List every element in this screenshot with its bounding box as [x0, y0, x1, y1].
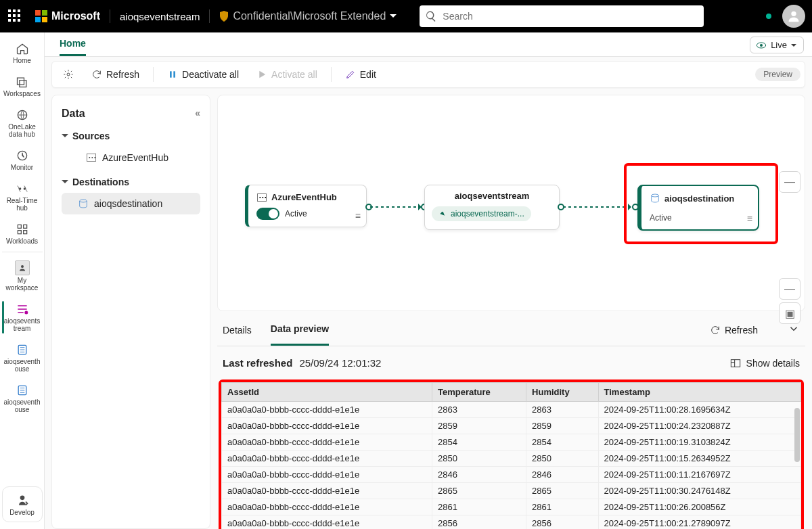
- resource-name[interactable]: aioqseventstream: [120, 11, 200, 22]
- account-avatar[interactable]: [782, 5, 805, 28]
- table-row[interactable]: a0a0a0a0-bbbb-cccc-dddd-e1e1e28502850202…: [222, 451, 801, 467]
- stream-chip: aioqseventstream-...: [432, 206, 531, 221]
- tab-data-preview[interactable]: Data preview: [271, 314, 329, 346]
- preview-refresh[interactable]: Refresh: [710, 325, 758, 336]
- live-mode-toggle[interactable]: Live: [750, 37, 804, 53]
- show-details-button[interactable]: Show details: [730, 358, 800, 369]
- table-row[interactable]: a0a0a0a0-bbbb-cccc-dddd-e1e1e28542854202…: [222, 434, 801, 451]
- col-header[interactable]: Timestamp: [598, 383, 800, 402]
- destinations-group[interactable]: Destinations: [62, 177, 200, 187]
- last-refreshed-value: 25/09/24 12:01:32: [299, 357, 381, 369]
- database-icon: [650, 193, 660, 204]
- table-row[interactable]: a0a0a0a0-bbbb-cccc-dddd-e1e1e28592859202…: [222, 418, 801, 434]
- last-refreshed-label: Last refreshed: [223, 357, 292, 369]
- svg-point-27: [265, 197, 266, 198]
- table-row[interactable]: a0a0a0a0-bbbb-cccc-dddd-e1e1e28652865202…: [222, 483, 801, 499]
- data-panel: Data « Sources AzureEventHub Destination…: [51, 95, 210, 529]
- deactivate-all-button[interactable]: Deactivate all: [160, 65, 246, 84]
- data-table: AssetIdTemperatureHumidityTimestamp a0a0…: [221, 382, 801, 529]
- svg-point-15: [760, 44, 763, 47]
- chevron-down-icon: [62, 180, 68, 187]
- svg-point-20: [89, 157, 90, 158]
- svg-point-21: [91, 157, 93, 158]
- app-launcher-icon[interactable]: [8, 9, 22, 23]
- rail-home[interactable]: Home: [2, 37, 43, 70]
- svg-point-23: [80, 200, 87, 202]
- data-panel-title: Data: [62, 108, 85, 120]
- svg-rect-29: [731, 359, 740, 367]
- table-row[interactable]: a0a0a0a0-bbbb-cccc-dddd-e1e1e28632863202…: [222, 402, 801, 418]
- svg-rect-18: [173, 71, 175, 77]
- tab-home[interactable]: Home: [60, 32, 86, 56]
- col-header[interactable]: Temperature: [432, 383, 526, 402]
- rail-workloads[interactable]: Workloads: [2, 217, 43, 250]
- rail-monitor[interactable]: Monitor: [2, 143, 43, 177]
- chevron-down-icon: [390, 14, 397, 21]
- classification-text: Confidential\Microsoft Extended: [233, 10, 386, 22]
- rail-eventstream[interactable]: aioqsevents tream: [2, 297, 43, 338]
- sources-group[interactable]: Sources: [62, 131, 200, 141]
- destination-aioqsdestination[interactable]: aioqsdestination: [62, 193, 200, 214]
- svg-rect-17: [170, 71, 172, 77]
- svg-rect-5: [18, 225, 21, 228]
- svg-rect-7: [18, 231, 21, 234]
- activate-all-button: Activate all: [250, 65, 324, 84]
- classification-picker[interactable]: Confidential\Microsoft Extended: [219, 10, 397, 22]
- active-toggle[interactable]: [256, 208, 279, 220]
- eventhub-icon: [256, 193, 267, 202]
- rail-eventhouse-2[interactable]: aioqseventh ouse: [2, 378, 43, 419]
- database-icon: [78, 198, 89, 209]
- toolbar: Refresh Deactivate all Activate all Edit…: [51, 61, 805, 88]
- rail-eventhouse-1[interactable]: aioqseventh ouse: [2, 338, 43, 378]
- col-header[interactable]: AssetId: [222, 383, 432, 402]
- svg-point-10: [24, 311, 28, 315]
- node-stream[interactable]: aioqseventstream aioqseventstream-...: [424, 185, 560, 230]
- collapse-preview[interactable]: [788, 323, 800, 337]
- svg-point-26: [262, 197, 263, 198]
- eventhub-icon: [86, 153, 97, 162]
- rail-develop[interactable]: Develop: [2, 486, 43, 522]
- presence-indicator: [765, 12, 773, 20]
- scrollbar[interactable]: [794, 401, 800, 529]
- svg-point-0: [791, 12, 796, 16]
- brand: Microsoft: [35, 10, 100, 22]
- edit-button[interactable]: Edit: [338, 65, 383, 84]
- canvas[interactable]: AzureEventHub Active ≡ aioqseventstream …: [217, 95, 805, 311]
- svg-point-22: [94, 157, 95, 158]
- node-menu-icon[interactable]: ≡: [747, 213, 752, 224]
- chevron-down-icon: [62, 134, 68, 141]
- highlight-frame-table: AssetIdTemperatureHumidityTimestamp a0a0…: [219, 380, 804, 529]
- node-source[interactable]: AzureEventHub Active ≡: [245, 185, 367, 227]
- search-input[interactable]: [420, 5, 704, 27]
- col-header[interactable]: Humidity: [526, 383, 598, 402]
- table-row[interactable]: a0a0a0a0-bbbb-cccc-dddd-e1e1e28462846202…: [222, 467, 801, 483]
- zoom-in[interactable]: —: [779, 171, 800, 193]
- table-row[interactable]: a0a0a0a0-bbbb-cccc-dddd-e1e1e28612861202…: [222, 499, 801, 515]
- zoom-out[interactable]: —: [779, 278, 800, 300]
- table-row[interactable]: a0a0a0a0-bbbb-cccc-dddd-e1e1e28562856202…: [222, 515, 801, 530]
- settings-button[interactable]: [56, 65, 81, 84]
- collapse-icon[interactable]: «: [195, 108, 200, 120]
- chevron-down-icon: [791, 44, 796, 49]
- dest-status: Active: [650, 213, 750, 223]
- rail-onelake[interactable]: OneLake data hub: [2, 103, 43, 143]
- preview-badge: Preview: [755, 68, 800, 81]
- brand-text: Microsoft: [51, 10, 100, 22]
- node-menu-icon[interactable]: ≡: [355, 210, 361, 221]
- rail-myworkspace[interactable]: My workspace: [2, 252, 43, 297]
- microsoft-logo-icon: [35, 10, 47, 22]
- source-azureeventhub[interactable]: AzureEventHub: [62, 147, 200, 168]
- tab-details[interactable]: Details: [223, 315, 252, 345]
- svg-point-16: [67, 73, 70, 76]
- search[interactable]: [420, 5, 704, 27]
- refresh-button[interactable]: Refresh: [85, 65, 146, 84]
- doc-tabs: Home Live: [45, 32, 812, 57]
- preview-panel: Details Data preview Refresh Last refres…: [217, 314, 805, 529]
- svg-point-9: [21, 265, 24, 268]
- rail-realtime[interactable]: Real-Time hub: [2, 177, 43, 217]
- nav-rail: Home Workspaces OneLake data hub Monitor…: [0, 32, 45, 529]
- rail-workspaces[interactable]: Workspaces: [2, 70, 43, 103]
- svg-point-28: [652, 194, 659, 197]
- svg-rect-6: [23, 225, 26, 228]
- node-destination[interactable]: aioqsdestination Active ≡: [637, 185, 759, 231]
